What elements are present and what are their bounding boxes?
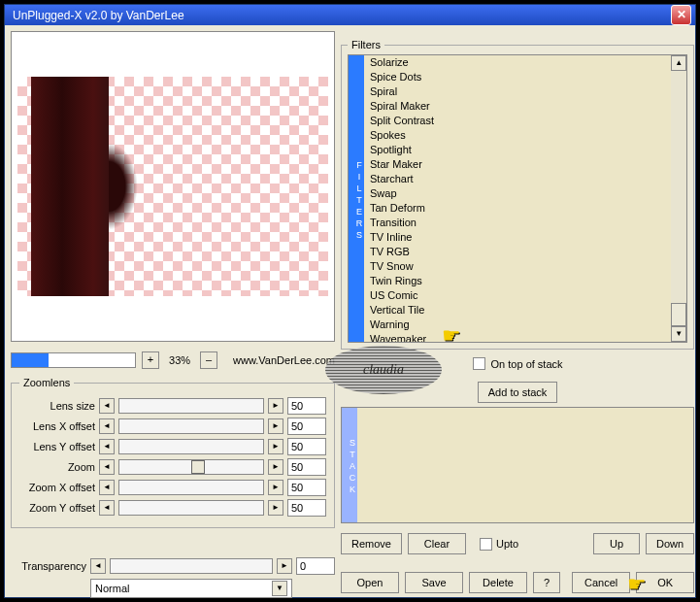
zoom-slider[interactable] [11, 352, 136, 368]
filter-item[interactable]: Warning [364, 318, 671, 332]
filters-sidebar-label: FILTERS [349, 55, 364, 342]
zoom-percent: 33% [165, 354, 194, 366]
param-value[interactable]: 50 [287, 499, 326, 517]
zoom-out-button[interactable]: – [200, 351, 217, 369]
save-button[interactable]: Save [405, 572, 463, 593]
param-row: Lens X offset◄►50 [19, 418, 326, 435]
down-button[interactable]: Down [646, 533, 694, 554]
titlebar: UnPlugged-X v2.0 by VanDerLee ✕ [5, 5, 695, 25]
filters-group: Filters FILTERS SolarizeSpice DotsSpiral… [341, 39, 694, 350]
transparency-slider[interactable] [110, 558, 273, 574]
up-button[interactable]: Up [593, 533, 640, 554]
filter-item[interactable]: Vertical Tile [364, 303, 671, 318]
param-value[interactable]: 50 [287, 418, 326, 435]
upto-checkbox[interactable] [480, 538, 492, 551]
cancel-button[interactable]: Cancel [572, 572, 630, 593]
param-label: Lens size [19, 400, 95, 412]
param-label: Zoom X offset [19, 482, 95, 493]
scroll-up-icon[interactable]: ▲ [671, 55, 686, 71]
preview-panel [11, 31, 335, 342]
filter-item[interactable]: Split Contrast [364, 114, 671, 128]
help-button[interactable]: ? [533, 572, 560, 593]
filters-scrollbar[interactable]: ▲ ▼ [671, 55, 686, 342]
param-row: Zoom Y offset◄►50 [19, 499, 326, 517]
transparency-dec[interactable]: ◄ [90, 558, 106, 574]
remove-button[interactable]: Remove [341, 533, 402, 554]
upto-label: Upto [496, 538, 518, 550]
transparency-value[interactable]: 0 [296, 557, 335, 575]
param-label: Zoom Y offset [19, 502, 95, 514]
param-value[interactable]: 50 [287, 397, 326, 415]
add-to-stack-button[interactable]: Add to stack [478, 382, 558, 403]
blend-mode-dropdown[interactable]: Normal ▼ [90, 579, 292, 598]
param-inc[interactable]: ► [268, 500, 283, 516]
param-dec[interactable]: ◄ [99, 439, 115, 454]
filter-item[interactable]: TV Inline [364, 230, 671, 245]
param-value[interactable]: 50 [287, 438, 326, 455]
ok-button[interactable]: OK [636, 572, 694, 593]
filter-item[interactable]: Spiral [364, 84, 671, 99]
filter-item[interactable]: Tan Deform [364, 201, 671, 216]
param-inc[interactable]: ► [268, 398, 283, 414]
param-dec[interactable]: ◄ [99, 418, 115, 434]
open-button[interactable]: Open [341, 572, 399, 593]
param-inc[interactable]: ► [268, 480, 283, 495]
transparency-label: Transparency [11, 560, 86, 572]
param-slider[interactable] [118, 500, 264, 516]
param-slider[interactable] [118, 480, 264, 495]
param-dec[interactable]: ◄ [99, 398, 115, 414]
chevron-down-icon: ▼ [272, 581, 287, 596]
param-value[interactable]: 50 [287, 479, 326, 496]
filter-item[interactable]: Starchart [364, 172, 671, 186]
params-legend: Zoomlens [19, 377, 74, 388]
param-inc[interactable]: ► [268, 418, 283, 434]
stack-sidebar-label: STACK [342, 408, 357, 522]
param-dec[interactable]: ◄ [99, 500, 115, 516]
ontop-label: On top of stack [491, 358, 563, 370]
filter-item[interactable]: US Comic [364, 288, 671, 303]
param-value[interactable]: 50 [287, 458, 326, 476]
params-group: Zoomlens Lens size◄►50Lens X offset◄►50L… [11, 377, 335, 528]
close-button[interactable]: ✕ [671, 5, 691, 25]
param-label: Lens Y offset [19, 441, 95, 452]
filter-item[interactable]: Spiral Maker [364, 99, 671, 114]
filter-item[interactable]: Swap [364, 186, 671, 201]
transparency-inc[interactable]: ► [277, 558, 292, 574]
param-dec[interactable]: ◄ [99, 459, 115, 475]
param-slider[interactable] [118, 398, 264, 414]
scroll-thumb[interactable] [671, 303, 686, 326]
filter-item[interactable]: TV RGB [364, 245, 671, 259]
window-title: UnPlugged-X v2.0 by VanDerLee [13, 9, 671, 22]
param-label: Zoom [19, 461, 95, 473]
param-slider[interactable] [118, 418, 264, 434]
scroll-down-icon[interactable]: ▼ [671, 326, 686, 342]
param-slider[interactable] [118, 459, 264, 475]
filter-item[interactable]: TV Snow [364, 259, 671, 274]
param-inc[interactable]: ► [268, 439, 283, 454]
filter-item[interactable]: Wavemaker [364, 332, 671, 342]
preview-image [17, 77, 328, 296]
stack-list[interactable] [357, 408, 693, 522]
filter-item[interactable]: Spotlight [364, 143, 671, 157]
filter-item[interactable]: Spokes [364, 128, 671, 143]
vendor-url: www.VanDerLee.com [233, 354, 335, 366]
stack-panel: STACK [341, 407, 694, 523]
delete-button[interactable]: Delete [469, 572, 527, 593]
filter-item[interactable]: Twin Rings [364, 274, 671, 288]
param-row: Zoom◄►50 [19, 458, 326, 476]
param-inc[interactable]: ► [268, 459, 283, 475]
param-dec[interactable]: ◄ [99, 480, 115, 495]
filter-item[interactable]: Star Maker [364, 157, 671, 172]
param-label: Lens X offset [19, 420, 95, 432]
zoom-in-button[interactable]: + [142, 351, 159, 369]
param-slider[interactable] [118, 439, 264, 454]
param-row: Lens size◄►50 [19, 397, 326, 415]
filter-item[interactable]: Solarize [364, 55, 671, 70]
filters-listbox[interactable]: SolarizeSpice DotsSpiralSpiral MakerSpli… [364, 55, 671, 342]
filter-item[interactable]: Spice Dots [364, 70, 671, 84]
clear-button[interactable]: Clear [408, 533, 466, 554]
filter-item[interactable]: Transition [364, 216, 671, 230]
filters-legend: Filters [348, 39, 384, 50]
ontop-checkbox[interactable] [473, 357, 485, 370]
app-window: UnPlugged-X v2.0 by VanDerLee ✕ + 33% – … [4, 4, 696, 598]
